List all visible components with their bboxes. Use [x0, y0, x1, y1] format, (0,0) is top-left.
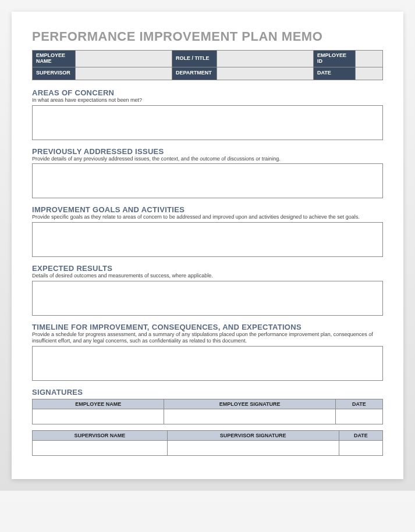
- sig-header-supervisor-name: SUPERVISOR NAME: [33, 430, 168, 440]
- label-department: DEPARTMENT: [172, 67, 217, 80]
- label-employee-id: EMPLOYEE ID: [313, 51, 355, 67]
- sig-field-employee-name[interactable]: [33, 409, 164, 424]
- sig-field-employee-date[interactable]: [335, 409, 382, 424]
- sig-header-employee-name: EMPLOYEE NAME: [33, 399, 164, 409]
- page-title: PERFORMANCE IMPROVEMENT PLAN MEMO: [32, 29, 383, 44]
- section-title-areas: AREAS OF CONCERN: [32, 88, 383, 97]
- section-title-previous: PREVIOUSLY ADDRESSED ISSUES: [32, 147, 383, 156]
- sig-field-supervisor-name[interactable]: [33, 440, 168, 455]
- sig-header-supervisor-date: DATE: [339, 430, 382, 440]
- label-supervisor: SUPERVISOR: [33, 67, 76, 80]
- field-date[interactable]: [356, 67, 383, 80]
- employee-info-table: EMPLOYEE NAME ROLE / TITLE EMPLOYEE ID S…: [32, 50, 383, 80]
- field-employee-id[interactable]: [356, 51, 383, 67]
- section-box-previous[interactable]: [32, 163, 383, 198]
- signature-table-supervisor: SUPERVISOR NAME SUPERVISOR SIGNATURE DAT…: [32, 430, 383, 456]
- section-title-expected: EXPECTED RESULTS: [32, 264, 383, 273]
- section-box-areas[interactable]: [32, 105, 383, 140]
- sig-field-employee-signature[interactable]: [164, 409, 335, 424]
- section-desc-previous: Provide details of any previously addres…: [32, 156, 383, 162]
- section-box-goals[interactable]: [32, 222, 383, 257]
- section-title-goals: IMPROVEMENT GOALS AND ACTIVITIES: [32, 205, 383, 214]
- section-title-timeline: TIMELINE FOR IMPROVEMENT, CONSEQUENCES, …: [32, 323, 383, 331]
- field-department[interactable]: [217, 67, 314, 80]
- field-role-title[interactable]: [217, 51, 314, 67]
- signature-table-employee: EMPLOYEE NAME EMPLOYEE SIGNATURE DATE: [32, 399, 383, 424]
- label-date: DATE: [313, 67, 355, 80]
- section-desc-timeline: Provide a schedule for progress assessme…: [32, 331, 383, 344]
- sig-field-supervisor-signature[interactable]: [167, 440, 339, 455]
- sig-header-supervisor-signature: SUPERVISOR SIGNATURE: [167, 430, 339, 440]
- section-box-timeline[interactable]: [32, 346, 383, 381]
- field-employee-name[interactable]: [76, 51, 172, 67]
- section-desc-areas: In what areas have expectations not been…: [32, 97, 383, 103]
- section-box-expected[interactable]: [32, 281, 383, 316]
- section-desc-goals: Provide specific goals as they relate to…: [32, 214, 383, 220]
- label-role-title: ROLE / TITLE: [172, 51, 217, 67]
- section-desc-expected: Details of desired outcomes and measurem…: [32, 273, 383, 279]
- field-supervisor[interactable]: [76, 67, 172, 80]
- label-employee-name: EMPLOYEE NAME: [33, 51, 76, 67]
- document-page: PERFORMANCE IMPROVEMENT PLAN MEMO EMPLOY…: [12, 12, 403, 479]
- sig-field-supervisor-date[interactable]: [339, 440, 382, 455]
- sig-header-date: DATE: [335, 399, 382, 409]
- section-title-signatures: SIGNATURES: [32, 388, 383, 397]
- sig-header-employee-signature: EMPLOYEE SIGNATURE: [164, 399, 335, 409]
